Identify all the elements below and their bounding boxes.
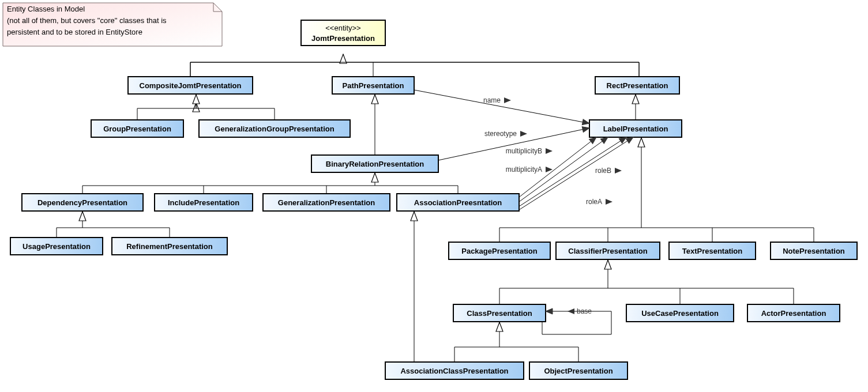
svg-text:ActorPresentation: ActorPresentation — [761, 309, 826, 318]
note-widget: Entity Classes in Model (not all of them… — [3, 3, 222, 46]
class-PathPresentation: PathPresentation — [332, 77, 414, 94]
svg-text:GeneralizationPresentation: GeneralizationPresentation — [278, 198, 375, 207]
class-UsagePresentation: UsagePresentation — [10, 238, 103, 255]
class-ClassifierPresentation: ClassifierPresentation — [556, 242, 660, 259]
dir-arrow-icon — [546, 167, 553, 172]
svg-text:ObjectPresentation: ObjectPresentation — [544, 367, 613, 375]
svg-text:AssociationClassPresentation: AssociationClassPresentation — [400, 367, 508, 375]
class-GeneralizationGroupPresentation: GeneralizationGroupPresentation — [199, 120, 350, 137]
dir-arrow-icon — [520, 131, 527, 137]
svg-text:RefinementPresentation: RefinementPresentation — [126, 242, 213, 251]
class-ObjectPresentation: ObjectPresentation — [529, 362, 627, 379]
class-LabelPresentation: LabelPresentation — [589, 120, 682, 137]
note-line1: Entity Classes in Model — [7, 5, 85, 13]
svg-text:PackagePresentation: PackagePresentation — [461, 247, 538, 255]
svg-text:DependencyPresentation: DependencyPresentation — [37, 198, 127, 207]
svg-text:GroupPresentation: GroupPresentation — [103, 125, 171, 133]
dir-arrow-icon — [546, 148, 553, 154]
svg-text:GeneralizationGroupPresentatio: GeneralizationGroupPresentation — [215, 125, 334, 133]
svg-text:BinaryRelationPresentation: BinaryRelationPresentation — [326, 160, 424, 168]
class-TextPresentation: TextPresentation — [669, 242, 756, 259]
gen-line — [190, 62, 639, 77]
dir-arrow-icon — [568, 308, 574, 314]
dir-arrow-icon — [606, 199, 613, 205]
class-BinaryRelationPresentation: BinaryRelationPresentation — [311, 155, 438, 172]
svg-text:UsagePresentation: UsagePresentation — [22, 242, 91, 251]
svg-text:LabelPresentation: LabelPresentation — [603, 125, 668, 133]
class-AssociationPreesntation: AssociationPreesntation — [397, 194, 519, 211]
class-DependencyPresentation: DependencyPresentation — [22, 194, 143, 211]
class-AssociationClassPresentation: AssociationClassPresentation — [385, 362, 524, 379]
class-label: JomtPresentation — [311, 34, 375, 43]
class-RefinementPresentation: RefinementPresentation — [112, 238, 227, 255]
svg-text:AssociationPreesntation: AssociationPreesntation — [414, 198, 502, 207]
note-line2: (not all of them, but covers "core" clas… — [7, 16, 167, 25]
svg-text:IncludePresentation: IncludePresentation — [168, 198, 239, 207]
dir-arrow-icon — [615, 168, 622, 174]
class-CompositeJomtPresentation: CompositeJomtPresentation — [128, 77, 253, 94]
class-IncludePresentation: IncludePresentation — [155, 194, 253, 211]
svg-text:ClassPresentation: ClassPresentation — [467, 309, 532, 318]
svg-text:RectPresentation: RectPresentation — [607, 81, 668, 90]
class-GeneralizationPresentation: GeneralizationPresentation — [263, 194, 390, 211]
assoc-label-roleB: roleB — [595, 167, 611, 175]
assoc-label-multiplicityB: multiplicityB — [506, 147, 542, 155]
svg-text:TextPresentation: TextPresentation — [682, 247, 743, 255]
stereotype-label: <<entity>> — [325, 24, 360, 32]
assoc-label-multiplicityA: multiplicityA — [506, 165, 542, 174]
svg-text:CompositeJomtPresentation: CompositeJomtPresentation — [140, 81, 242, 90]
assoc-label-name: name — [483, 96, 501, 104]
assoc-label-stereotype: stereotype — [484, 130, 517, 138]
class-PackagePresentation: PackagePresentation — [449, 242, 550, 259]
svg-text:PathPresentation: PathPresentation — [343, 81, 404, 90]
note-line3: persistent and to be stored in EntitySto… — [7, 28, 142, 36]
class-NotePresentation: NotePresentation — [771, 242, 857, 259]
dir-arrow-icon — [504, 97, 511, 103]
class-ActorPresentation: ActorPresentation — [747, 304, 840, 322]
svg-text:NotePresentation: NotePresentation — [783, 247, 845, 255]
svg-text:ClassifierPresentation: ClassifierPresentation — [568, 247, 647, 255]
class-GroupPresentation: GroupPresentation — [91, 120, 183, 137]
assoc-label-roleA: roleA — [586, 198, 602, 206]
assoc-name — [414, 90, 589, 123]
svg-text:UseCasePresentation: UseCasePresentation — [641, 309, 719, 318]
class-UseCasePresentation: UseCasePresentation — [626, 304, 734, 322]
class-RectPresentation: RectPresentation — [595, 77, 679, 94]
assoc-label-base: base — [577, 307, 592, 315]
class-JomtPresentation: <<entity>> JomtPresentation — [301, 20, 385, 46]
class-ClassPresentation: ClassPresentation — [453, 304, 546, 322]
